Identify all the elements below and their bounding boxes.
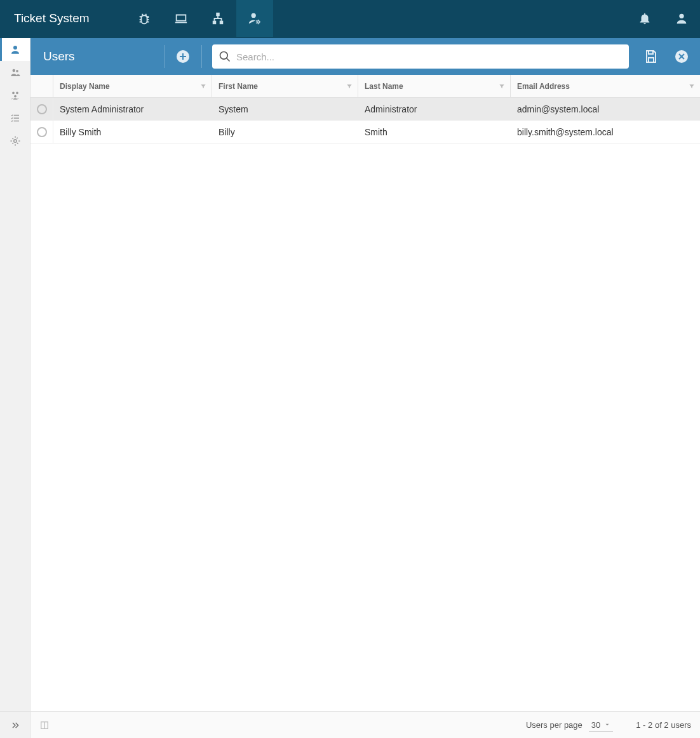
user-gear-icon	[248, 11, 262, 25]
page-title: Users	[43, 50, 151, 64]
table-row[interactable]: Billy Smith Billy Smith billy.smith@syst…	[30, 121, 700, 144]
col-display-name[interactable]: Display Name	[53, 75, 212, 97]
columns-icon[interactable]	[39, 720, 50, 730]
col-label: Last Name	[365, 82, 403, 91]
col-email[interactable]: Email Address	[511, 75, 700, 97]
svg-point-9	[12, 91, 15, 94]
team-icon	[10, 90, 21, 101]
sidebar	[0, 38, 30, 738]
svg-point-3	[252, 13, 256, 18]
svg-point-7	[12, 69, 15, 72]
per-page-value: 30	[591, 720, 600, 730]
search-box	[212, 44, 629, 69]
gear-icon	[10, 135, 21, 147]
svg-rect-1	[213, 21, 217, 24]
clear-button[interactable]	[670, 44, 694, 69]
bell-icon	[638, 11, 652, 25]
svg-rect-0	[216, 13, 220, 17]
per-page-label: Users per page	[526, 720, 582, 730]
svg-point-12	[13, 140, 17, 143]
svg-point-11	[14, 95, 17, 98]
sidebar-item-checklist[interactable]	[0, 107, 30, 130]
network-icon	[211, 11, 225, 25]
cell-display-name: Billy Smith	[53, 127, 212, 137]
sidebar-item-groups[interactable]	[0, 61, 30, 84]
cell-display-name: System Administrator	[53, 104, 212, 114]
cell-email: admin@system.local	[511, 104, 700, 114]
top-nav-tabs	[126, 0, 273, 37]
cell-email: billy.smith@system.local	[511, 127, 700, 137]
row-select[interactable]	[30, 121, 53, 143]
cell-first-name: Billy	[212, 127, 358, 137]
group-icon	[10, 67, 21, 78]
bug-icon	[137, 11, 151, 25]
search-icon	[219, 50, 231, 63]
svg-point-5	[679, 14, 683, 18]
laptop-icon	[174, 11, 188, 25]
save-icon	[643, 49, 659, 64]
radio-icon	[37, 104, 47, 114]
col-label: Email Address	[517, 82, 570, 91]
table-body: System Administrator System Administrato…	[30, 98, 700, 711]
account-button[interactable]	[663, 0, 700, 37]
top-nav: Ticket System	[0, 0, 700, 37]
cell-first-name: System	[212, 104, 358, 114]
per-page-select[interactable]: 30	[589, 719, 613, 732]
svg-rect-2	[220, 21, 224, 24]
svg-point-4	[257, 21, 260, 23]
add-user-button[interactable]	[171, 44, 195, 69]
user-icon	[10, 44, 21, 55]
nav-tab-user-admin[interactable]	[236, 0, 273, 37]
cell-last-name: Smith	[358, 127, 511, 137]
table-header: Display Name First Name Last Name Email …	[30, 75, 700, 98]
chevron-down-icon	[604, 721, 610, 728]
nav-tab-laptop[interactable]	[163, 0, 199, 37]
sidebar-expand-button[interactable]	[0, 711, 30, 738]
radio-icon	[37, 127, 47, 137]
svg-point-8	[16, 70, 18, 72]
filter-icon[interactable]	[499, 83, 505, 90]
row-select[interactable]	[30, 98, 53, 120]
sidebar-item-teams[interactable]	[0, 84, 30, 107]
plus-circle-icon	[175, 49, 191, 64]
per-page-control: Users per page 30	[526, 719, 613, 732]
save-button[interactable]	[639, 44, 663, 69]
filter-icon[interactable]	[200, 83, 206, 90]
user-account-icon	[675, 11, 689, 25]
col-label: First Name	[219, 82, 258, 91]
pagination-range: 1 - 2 of 2 users	[636, 720, 691, 730]
svg-point-10	[16, 91, 18, 94]
page-toolbar: Users	[30, 38, 700, 75]
svg-point-14	[220, 52, 228, 60]
chevrons-right-icon	[10, 720, 20, 730]
close-circle-icon	[674, 49, 689, 64]
search-input[interactable]	[236, 51, 623, 62]
col-first-name[interactable]: First Name	[212, 75, 358, 97]
cell-last-name: Administrator	[358, 104, 511, 114]
header-select-col	[30, 75, 53, 97]
nav-tab-network[interactable]	[199, 0, 236, 37]
col-last-name[interactable]: Last Name	[358, 75, 511, 97]
table-footer: Users per page 30 1 - 2 of 2 users	[30, 711, 700, 738]
app-title: Ticket System	[0, 11, 126, 25]
sidebar-item-users[interactable]	[0, 38, 30, 61]
checklist-icon	[10, 112, 21, 124]
notifications-button[interactable]	[626, 0, 663, 37]
table-row[interactable]: System Administrator System Administrato…	[30, 98, 700, 121]
col-label: Display Name	[60, 82, 110, 91]
users-table: Display Name First Name Last Name Email …	[30, 75, 700, 711]
sidebar-item-settings[interactable]	[0, 130, 30, 152]
filter-icon[interactable]	[689, 83, 695, 90]
nav-tab-bug[interactable]	[126, 0, 163, 37]
filter-icon[interactable]	[346, 83, 353, 90]
svg-point-6	[13, 46, 17, 50]
